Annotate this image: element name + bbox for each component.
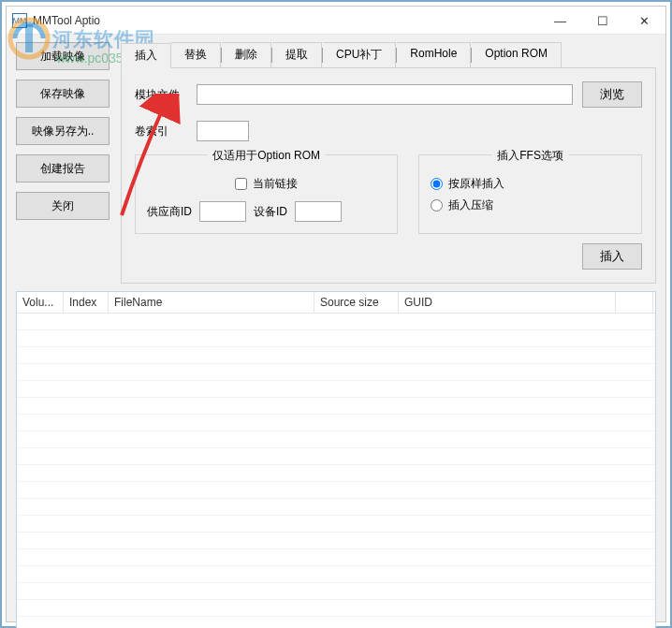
tab-bar: 插入 替换 删除 提取 CPU补丁 RomHole Option ROM <box>121 42 656 67</box>
option-rom-group: 仅适用于Option ROM 当前链接 供应商ID 设备ID <box>135 154 398 234</box>
volume-index-label: 卷索引 <box>135 124 187 139</box>
tab-extract[interactable]: 提取 <box>272 42 322 67</box>
module-table: Volu... Index FileName Source size GUID <box>16 291 656 628</box>
browse-button[interactable]: 浏览 <box>582 81 642 108</box>
insert-asis-row: 按原样插入 <box>431 176 630 192</box>
maximize-button[interactable]: ☐ <box>581 7 623 35</box>
option-rom-legend: 仅适用于Option ROM <box>207 148 326 164</box>
id-row: 供应商ID 设备ID <box>147 201 386 222</box>
insert-compressed-row: 插入压缩 <box>431 197 630 213</box>
table-row <box>17 583 655 600</box>
table-row <box>17 364 655 381</box>
insert-asis-label: 按原样插入 <box>448 176 504 192</box>
ffs-legend: 插入FFS选项 <box>491 148 569 164</box>
table-row <box>17 398 655 415</box>
tab-replace[interactable]: 替换 <box>171 42 221 67</box>
side-button-column: 加载映像 保存映像 映像另存为.. 创建报告 关闭 <box>16 42 110 284</box>
main-panel: 插入 替换 删除 提取 CPU补丁 RomHole Option ROM 模块文… <box>121 42 656 284</box>
table-row <box>17 482 655 499</box>
col-filename[interactable]: FileName <box>109 292 314 313</box>
device-id-input[interactable] <box>295 201 342 222</box>
table-row <box>17 600 655 617</box>
app-icon: MM <box>12 13 27 28</box>
col-index[interactable]: Index <box>64 292 109 313</box>
current-link-row: 当前链接 <box>147 176 386 192</box>
table-row <box>17 566 655 583</box>
volume-index-input[interactable] <box>197 121 249 141</box>
upper-section: 加载映像 保存映像 映像另存为.. 创建报告 关闭 插入 替换 删除 提取 CP… <box>16 42 656 284</box>
window-title: MMTool Aptio <box>33 14 539 27</box>
lower-groups: 仅适用于Option ROM 当前链接 供应商ID 设备ID <box>135 154 642 234</box>
vendor-id-input[interactable] <box>199 201 246 222</box>
col-tail[interactable] <box>616 292 653 313</box>
current-link-label: 当前链接 <box>253 176 298 192</box>
table-row <box>17 330 655 347</box>
table-header: Volu... Index FileName Source size GUID <box>17 292 655 314</box>
close-button[interactable]: ✕ <box>623 7 665 35</box>
save-image-as-button[interactable]: 映像另存为.. <box>16 117 110 145</box>
bottom-action-row: 插入 <box>135 243 642 270</box>
table-body[interactable] <box>17 314 655 628</box>
module-file-label: 模块文件 <box>135 87 187 103</box>
vendor-id-label: 供应商ID <box>147 204 192 220</box>
save-image-button[interactable]: 保存映像 <box>16 80 110 108</box>
content-area: 加载映像 保存映像 映像另存为.. 创建报告 关闭 插入 替换 删除 提取 CP… <box>7 35 665 628</box>
table-row <box>17 499 655 516</box>
create-report-button[interactable]: 创建报告 <box>16 154 110 183</box>
close-app-button[interactable]: 关闭 <box>16 192 110 220</box>
current-link-checkbox[interactable] <box>235 178 247 190</box>
insert-button[interactable]: 插入 <box>582 243 642 270</box>
tab-cpu-patch[interactable]: CPU补丁 <box>323 42 396 67</box>
table-row <box>17 314 655 330</box>
device-id-label: 设备ID <box>254 204 287 220</box>
insert-compressed-label: 插入压缩 <box>448 197 493 213</box>
table-row <box>17 448 655 465</box>
table-row <box>17 465 655 482</box>
window-controls: — ☐ ✕ <box>539 7 665 34</box>
table-row <box>17 533 655 549</box>
titlebar: MM MMTool Aptio — ☐ ✕ <box>7 7 665 35</box>
table-row <box>17 347 655 364</box>
insert-compressed-radio[interactable] <box>431 199 443 212</box>
table-row <box>17 549 655 566</box>
table-row <box>17 381 655 398</box>
col-guid[interactable]: GUID <box>399 292 616 313</box>
minimize-button[interactable]: — <box>539 7 581 35</box>
tab-romhole[interactable]: RomHole <box>397 42 471 67</box>
module-file-row: 模块文件 浏览 <box>135 81 642 108</box>
panel-body: 模块文件 浏览 卷索引 仅适用于Option ROM 当前 <box>121 67 656 284</box>
table-row <box>17 617 655 628</box>
table-row <box>17 431 655 448</box>
ffs-options-group: 插入FFS选项 按原样插入 插入压缩 <box>418 154 642 234</box>
load-image-button[interactable]: 加载映像 <box>16 42 110 70</box>
table-row <box>17 516 655 533</box>
tab-insert[interactable]: 插入 <box>121 43 171 68</box>
table-row <box>17 415 655 431</box>
insert-asis-radio[interactable] <box>431 178 443 190</box>
volume-index-row: 卷索引 <box>135 121 642 141</box>
col-source-size[interactable]: Source size <box>314 292 399 313</box>
tab-option-rom[interactable]: Option ROM <box>472 42 562 67</box>
module-file-input[interactable] <box>197 84 573 105</box>
col-volume[interactable]: Volu... <box>17 292 64 313</box>
tab-delete[interactable]: 删除 <box>222 42 271 67</box>
app-window: MM MMTool Aptio — ☐ ✕ 加载映像 保存映像 映像另存为.. … <box>6 6 666 622</box>
